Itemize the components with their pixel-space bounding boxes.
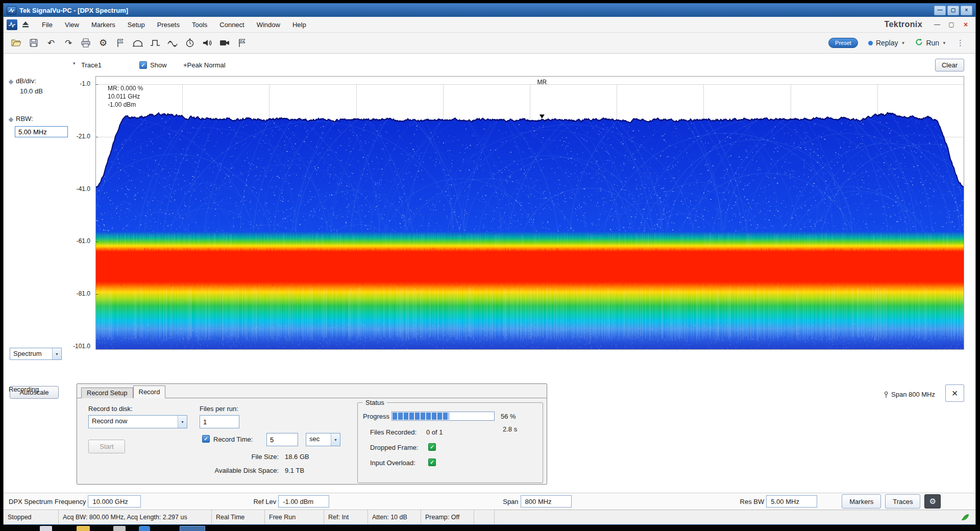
taskbar-folder-icon[interactable]: [77, 526, 90, 531]
view-select-value: Spectrum: [10, 348, 52, 359]
taskbar-icon[interactable]: [139, 526, 150, 531]
open-file-icon[interactable]: [9, 35, 24, 51]
minimize-button[interactable]: —: [934, 6, 946, 15]
files-recorded-label: Files Recorded:: [370, 428, 416, 436]
save-setup-icon[interactable]: [26, 35, 41, 51]
pulse-measure-icon[interactable]: [148, 35, 163, 51]
redo-icon[interactable]: ↷: [61, 35, 76, 51]
record-to-disk-label: Record to disk:: [88, 405, 133, 413]
taskbar-icon[interactable]: [40, 526, 52, 531]
main-toolbar: ↶ ↷ ⚙ T P+ Preset: [4, 33, 975, 54]
input-overload-checkbox[interactable]: ✓: [428, 458, 436, 466]
chevron-down-icon: ▼: [178, 416, 187, 428]
span-label: Span 800 MHz: [891, 391, 935, 398]
spectrum-canvas[interactable]: [95, 76, 964, 350]
waveform-markers-icon[interactable]: [165, 35, 180, 51]
progress-percent: 56 %: [501, 413, 516, 420]
dropped-frame-checkbox[interactable]: ✓: [428, 443, 436, 451]
record-time-unit-value: sec: [306, 433, 331, 446]
menu-tools[interactable]: Tools: [186, 18, 213, 31]
record-time-checkbox[interactable]: ✓: [202, 435, 210, 443]
menu-markers[interactable]: Markers: [85, 18, 121, 31]
dbdiv-adjust-icon[interactable]: [9, 80, 14, 85]
menu-window[interactable]: Window: [251, 18, 286, 31]
rbw-input[interactable]: [15, 126, 68, 137]
restore-button[interactable]: ▢: [947, 6, 959, 15]
show-checkbox[interactable]: ✓: [139, 61, 147, 69]
menu-presets[interactable]: Presets: [151, 18, 186, 31]
y-axis: -1.0 -21.0 -41.0 -61.0 -81.0 -101.0: [69, 76, 93, 350]
replay-dropdown[interactable]: Replay ▼: [868, 39, 905, 47]
mdi-close-icon[interactable]: ×: [961, 20, 970, 29]
span-readout[interactable]: Span 800 MHz: [884, 391, 935, 398]
menu-file[interactable]: File: [36, 18, 59, 31]
pin-icon: [884, 391, 889, 398]
span-input[interactable]: 800 MHz: [521, 495, 572, 508]
trigger-icon[interactable]: T: [113, 35, 128, 51]
signalvu-leaf-icon: [954, 510, 975, 524]
video-capture-icon[interactable]: [217, 35, 232, 51]
undo-icon[interactable]: ↶: [43, 35, 59, 51]
check-icon: ✓: [141, 63, 145, 68]
close-recording-button[interactable]: ×: [945, 384, 964, 402]
run-refresh-icon: [915, 38, 923, 47]
print-icon[interactable]: [78, 35, 93, 51]
audio-icon[interactable]: [200, 35, 215, 51]
measurement-name: DPX Spectrum: [9, 498, 53, 505]
record-mode-select[interactable]: Record now ▼: [88, 415, 187, 428]
chevron-down-icon: ▼: [52, 348, 61, 359]
more-options-icon[interactable]: ⋮: [957, 38, 964, 47]
title-bar[interactable]: Tek SignalVu-PC - [DPX Spectrum] — ▢ ×: [4, 4, 975, 17]
settings-gear-icon[interactable]: ⚙: [924, 494, 941, 509]
mdi-restore-icon[interactable]: ▢: [947, 21, 956, 28]
progress-label: Progress: [363, 413, 389, 420]
start-button[interactable]: Start: [88, 440, 125, 453]
status-bar: Stopped Acq BW: 800.00 MHz, Acq Length: …: [4, 510, 975, 524]
y-tick-label: -101.0: [73, 343, 90, 350]
spectrum-plot[interactable]: MR: 0.000 % 10.011 GHz -1.00 dBm MR: [95, 76, 964, 350]
settings-gear-icon[interactable]: ⚙: [95, 35, 111, 51]
menu-setup[interactable]: Setup: [121, 18, 151, 31]
taskbar-active-app[interactable]: [180, 526, 205, 531]
markers-button[interactable]: Markers: [842, 494, 881, 509]
recording-tabs: Record Setup Record: [81, 385, 165, 398]
status-ref: Ref: Int: [324, 510, 368, 524]
preset-button[interactable]: Preset: [828, 38, 858, 48]
rbw-adjust-icon[interactable]: [9, 117, 14, 123]
menu-help[interactable]: Help: [286, 18, 312, 31]
clear-button[interactable]: Clear: [935, 59, 964, 71]
check-icon: ✓: [430, 445, 434, 450]
menu-bar: File View Markers Setup Presets Tools Co…: [4, 17, 975, 33]
res-bw-label: Res BW: [740, 498, 765, 505]
preset-plus-icon[interactable]: P+: [234, 35, 250, 51]
taskbar-icon[interactable]: [113, 526, 126, 531]
y-tick-label: -41.0: [77, 185, 90, 192]
timer-icon[interactable]: [182, 35, 198, 51]
ref-lev-input[interactable]: -1.00 dBm: [278, 495, 329, 508]
menu-view[interactable]: View: [59, 18, 85, 31]
res-bw-input[interactable]: 5.00 MHz: [766, 495, 817, 508]
traces-button[interactable]: Traces: [885, 494, 920, 509]
mdi-minimize-icon[interactable]: —: [933, 21, 942, 28]
files-per-run-input[interactable]: [200, 415, 239, 428]
record-time-input[interactable]: [266, 433, 298, 446]
frequency-input[interactable]: 10.000 GHz: [88, 495, 141, 508]
tab-record-setup[interactable]: Record Setup: [81, 388, 133, 398]
run-dropdown[interactable]: Run ▼: [915, 38, 946, 47]
tab-record[interactable]: Record: [133, 385, 166, 398]
eject-icon[interactable]: [20, 19, 31, 30]
close-icon: ×: [952, 388, 958, 399]
signalvu-app-icon[interactable]: [7, 19, 17, 30]
disk-space-label: Available Disk Space:: [169, 467, 279, 474]
record-time-unit-select[interactable]: sec ▼: [306, 433, 340, 446]
dbdiv-value[interactable]: 10.0 dB: [20, 87, 43, 95]
close-button[interactable]: ×: [961, 6, 972, 15]
chevron-down-icon: ▼: [331, 433, 340, 446]
span-bridge-icon[interactable]: [130, 35, 145, 51]
show-label: Show: [150, 61, 167, 69]
marker-label[interactable]: MR: [537, 79, 547, 86]
trace-expander-icon[interactable]: ▾: [73, 61, 76, 66]
view-select[interactable]: Spectrum ▼: [10, 348, 62, 360]
menu-connect[interactable]: Connect: [213, 18, 250, 31]
windows-taskbar[interactable]: [0, 525, 980, 531]
